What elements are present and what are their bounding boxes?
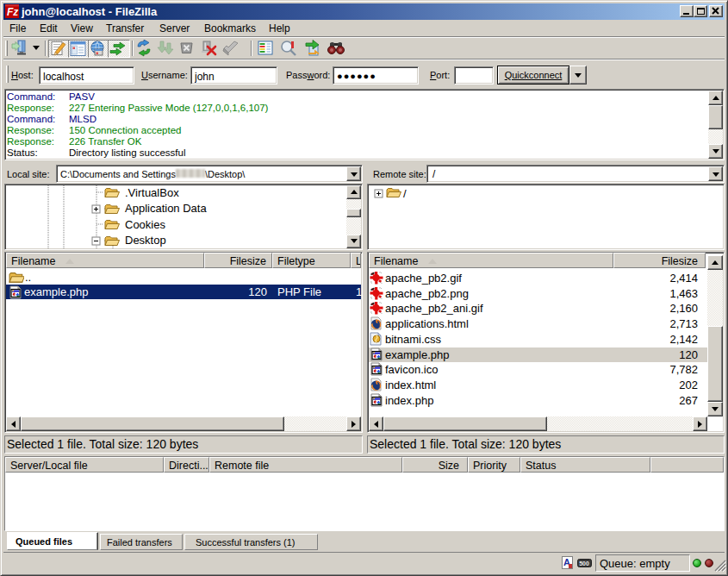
svg-text:Fz: Fz: [7, 6, 18, 18]
svg-text:500: 500: [579, 560, 589, 567]
